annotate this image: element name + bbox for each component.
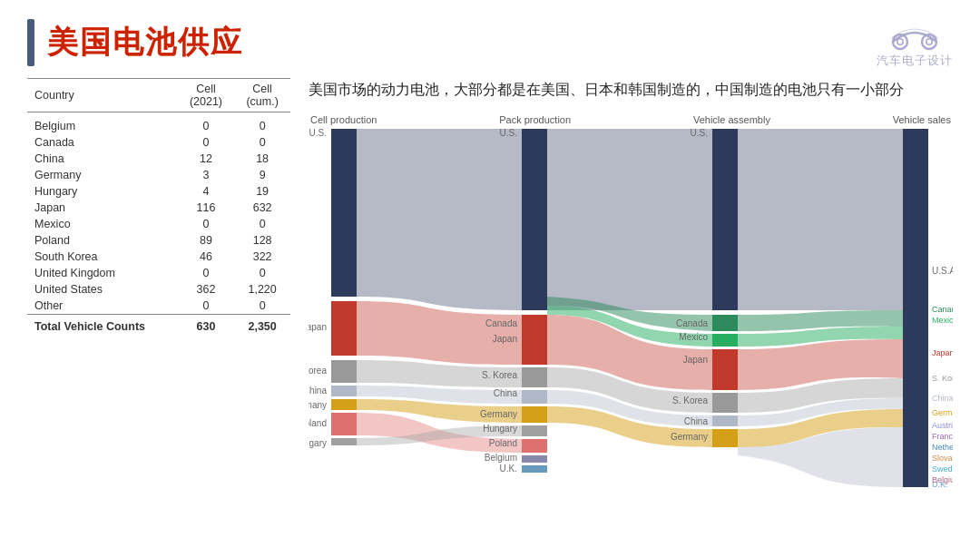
svg-rect-11 <box>522 129 547 310</box>
table-row: Canada 0 0 <box>27 134 290 151</box>
svg-text:U.S.: U.S. <box>309 129 327 138</box>
title-block: 美国电池供应 <box>27 19 243 66</box>
svg-text:Belgium: Belgium <box>485 453 517 463</box>
cell2021-cell: 0 <box>178 298 235 315</box>
table-row: Japan 116 632 <box>27 200 290 216</box>
svg-text:Mexico: Mexico <box>679 332 708 342</box>
svg-text:Germany: Germany <box>309 400 327 410</box>
cell2021-cell: 46 <box>178 249 235 265</box>
right-section: 美国市场的动力电池，大部分都是在美国、日本和韩国制造的，中国制造的电池只有一小部… <box>309 78 953 504</box>
cell2021-cell: 0 <box>178 134 235 151</box>
svg-text:China: China <box>309 386 327 396</box>
col-label-3: Vehicle assembly <box>693 114 770 125</box>
svg-rect-15 <box>522 406 547 423</box>
col-cellcum-header: Cell(cum.) <box>234 79 290 112</box>
table-row: Other 0 0 <box>27 298 290 315</box>
svg-rect-10 <box>331 438 357 445</box>
svg-text:Poland: Poland <box>489 438 517 448</box>
cellcum-cell: 1,220 <box>234 281 290 298</box>
country-cell: Hungary <box>27 183 178 200</box>
svg-text:Sweden: Sweden <box>932 464 953 474</box>
svg-text:Germany: Germany <box>932 408 953 417</box>
svg-text:Austria: Austria <box>932 421 953 430</box>
cell2021-cell: 89 <box>178 232 235 249</box>
svg-rect-5 <box>331 301 357 356</box>
svg-text:Canada: Canada <box>485 318 517 328</box>
country-cell: South Korea <box>27 249 178 265</box>
country-cell: United States <box>27 281 178 298</box>
total-cellcum: 2,350 <box>234 315 290 336</box>
svg-rect-19 <box>522 465 547 473</box>
svg-text:S. Korea: S. Korea <box>482 370 517 380</box>
col-label-2: Pack production <box>499 114 571 125</box>
svg-rect-4 <box>331 129 357 297</box>
svg-text:U.K.: U.K. <box>932 480 948 489</box>
logo-icon <box>878 16 951 53</box>
svg-rect-14 <box>522 390 547 404</box>
svg-rect-9 <box>331 413 357 435</box>
cell2021-cell: 362 <box>178 281 235 298</box>
svg-text:Germany: Germany <box>480 409 517 419</box>
svg-text:Japan: Japan <box>309 322 327 332</box>
svg-text:Netherlands: Netherlands <box>932 443 953 452</box>
cell2021-cell: 0 <box>178 112 235 135</box>
country-cell: Japan <box>27 200 178 216</box>
svg-rect-12 <box>522 315 547 365</box>
cellcum-cell: 9 <box>234 167 290 183</box>
cellcum-cell: 0 <box>234 265 290 281</box>
svg-text:S. Korea: S. Korea <box>672 396 708 405</box>
table-row: Germany 3 9 <box>27 167 290 183</box>
svg-text:China: China <box>932 394 953 403</box>
svg-text:Canada: Canada <box>932 305 953 314</box>
svg-text:S. Korea: S. Korea <box>309 366 327 376</box>
page-title: 美国电池供应 <box>47 22 243 63</box>
cellcum-cell: 632 <box>234 200 290 216</box>
svg-rect-20 <box>712 129 738 310</box>
col-label-1: Cell production <box>310 114 377 125</box>
svg-text:Slovakia: Slovakia <box>932 454 953 463</box>
header: 美国电池供应 汽车电子设计 <box>0 0 980 78</box>
country-cell: Belgium <box>27 112 178 135</box>
cellcum-cell: 0 <box>234 216 290 232</box>
cell2021-cell: 3 <box>178 167 235 183</box>
svg-rect-22 <box>712 334 738 347</box>
table-row: Hungary 4 19 <box>27 183 290 200</box>
svg-text:U.S.: U.S. <box>500 129 517 138</box>
table-row: China 12 18 <box>27 151 290 167</box>
col-country-header: Country <box>27 79 178 112</box>
table-row: Poland 89 128 <box>27 232 290 249</box>
svg-text:Canada: Canada <box>676 318 708 328</box>
logo-area: 汽车电子设计 <box>877 16 953 69</box>
cell2021-cell: 0 <box>178 216 235 232</box>
svg-text:U.S.: U.S. <box>691 129 708 138</box>
country-cell: Other <box>27 298 178 315</box>
cellcum-cell: 128 <box>234 232 290 249</box>
svg-text:China: China <box>684 416 709 426</box>
main-content: Country Cell(2021) Cell(cum.) Belgium 0 … <box>0 78 980 504</box>
svg-rect-16 <box>522 425 547 436</box>
svg-rect-8 <box>331 399 357 410</box>
svg-text:Japan: Japan <box>932 348 953 357</box>
table-section: Country Cell(2021) Cell(cum.) Belgium 0 … <box>27 78 290 504</box>
cellcum-cell: 19 <box>234 183 290 200</box>
total-row: Total Vehicle Counts 630 2,350 <box>27 315 290 336</box>
svg-text:Germany: Germany <box>671 432 708 442</box>
svg-point-1 <box>897 39 903 44</box>
svg-point-3 <box>926 39 932 44</box>
svg-text:Japan: Japan <box>683 355 708 365</box>
svg-text:Hungary: Hungary <box>309 438 327 448</box>
svg-rect-24 <box>712 393 738 413</box>
country-cell: Poland <box>27 232 178 249</box>
sankey-chart: U.S. Japan S. Korea China Germany Poland… <box>309 129 953 492</box>
country-cell: Canada <box>27 134 178 151</box>
table-row: Mexico 0 0 <box>27 216 290 232</box>
chart-container: Cell production Pack production Vehicle … <box>309 114 953 504</box>
col-label-4: Vehicle sales <box>893 114 951 125</box>
cell2021-cell: 0 <box>178 265 235 281</box>
svg-text:U.S.A.: U.S.A. <box>932 266 953 276</box>
col-cell2021-header: Cell(2021) <box>178 79 235 112</box>
chart-column-labels: Cell production Pack production Vehicle … <box>309 114 953 125</box>
svg-text:S. Korea: S. Korea <box>932 374 953 383</box>
country-cell: Germany <box>27 167 178 183</box>
total-label: Total Vehicle Counts <box>27 315 178 336</box>
